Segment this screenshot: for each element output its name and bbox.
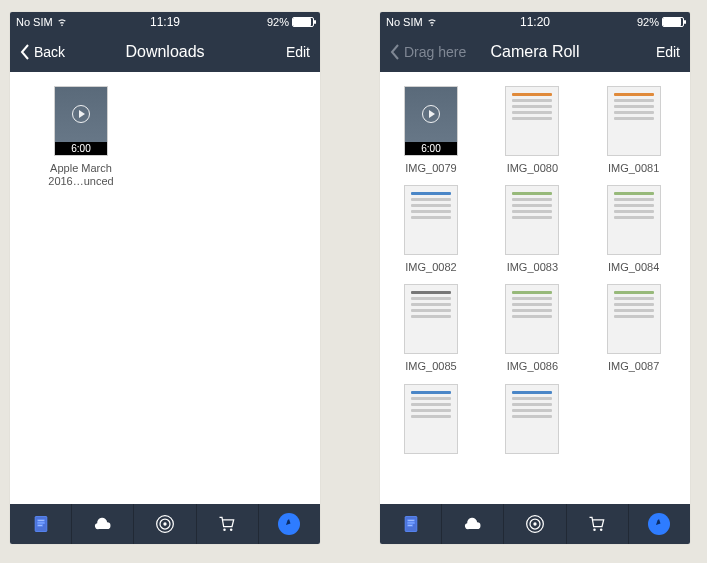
screenshot-thumbnail	[505, 284, 559, 354]
thumbnail-content	[512, 93, 552, 149]
nav-bar: Back Downloads Edit	[10, 32, 320, 72]
svg-point-7	[223, 529, 226, 532]
tab-cart[interactable]	[197, 504, 259, 544]
grid-item[interactable]: IMG_0086	[487, 284, 577, 373]
item-caption: IMG_0079	[405, 162, 456, 175]
item-caption: IMG_0086	[507, 360, 558, 373]
screenshot-thumbnail	[505, 384, 559, 454]
video-thumbnail: 6:00	[54, 86, 108, 156]
screenshot-thumbnail	[607, 86, 661, 156]
svg-rect-11	[407, 522, 414, 523]
battery-icon	[662, 17, 684, 27]
item-caption: IMG_0087	[608, 360, 659, 373]
screenshot-thumbnail	[607, 185, 661, 255]
svg-rect-3	[37, 525, 42, 526]
cloud-icon	[93, 514, 113, 534]
item-caption: IMG_0082	[405, 261, 456, 274]
grid-item[interactable]: IMG_0084	[589, 185, 679, 274]
wifi-icon	[426, 17, 438, 27]
compass-icon	[278, 513, 300, 535]
content-area[interactable]: 6:00IMG_0079IMG_0080IMG_0081IMG_0082IMG_…	[380, 72, 690, 504]
edit-button[interactable]: Edit	[656, 44, 680, 60]
tab-cloud[interactable]	[442, 504, 504, 544]
screenshot-thumbnail	[505, 185, 559, 255]
battery-icon	[292, 17, 314, 27]
thumbnail-content	[411, 291, 451, 347]
svg-point-17	[600, 529, 603, 532]
video-duration: 6:00	[405, 142, 457, 155]
downloads-grid: 6:00Apple March 2016…unced	[16, 86, 314, 188]
tab-hotspot[interactable]	[504, 504, 566, 544]
thumbnail-content	[411, 192, 451, 248]
chevron-left-icon	[390, 44, 400, 60]
thumbnail-content	[512, 391, 552, 447]
tab-document[interactable]	[380, 504, 442, 544]
grid-item[interactable]: IMG_0082	[386, 185, 476, 274]
thumbnail-content	[614, 192, 654, 248]
svg-point-16	[593, 529, 596, 532]
tab-document[interactable]	[10, 504, 72, 544]
thumbnail-content	[614, 291, 654, 347]
grid-item[interactable]	[487, 384, 577, 460]
screenshot-thumbnail	[404, 185, 458, 255]
svg-rect-2	[37, 522, 44, 523]
back-button[interactable]: Drag here	[390, 44, 466, 60]
status-bar: No SIM 11:19 92%	[10, 12, 320, 32]
tab-compass[interactable]	[259, 504, 320, 544]
item-caption: Apple March 2016…unced	[38, 162, 124, 188]
tab-bar	[380, 504, 690, 544]
tab-bar	[10, 504, 320, 544]
carrier-text: No SIM	[386, 16, 423, 28]
screenshot-thumbnail	[404, 284, 458, 354]
compass-icon	[648, 513, 670, 535]
svg-point-4	[163, 522, 166, 525]
play-icon	[422, 105, 440, 123]
hotspot-icon	[155, 514, 175, 534]
item-caption: IMG_0080	[507, 162, 558, 175]
grid-item[interactable]: IMG_0085	[386, 284, 476, 373]
grid-item[interactable]: 6:00Apple March 2016…unced	[36, 86, 126, 188]
item-caption: IMG_0084	[608, 261, 659, 274]
content-area[interactable]: 6:00Apple March 2016…unced	[10, 72, 320, 504]
tab-cloud[interactable]	[72, 504, 134, 544]
tab-cart[interactable]	[567, 504, 629, 544]
chevron-left-icon	[20, 44, 30, 60]
camera-roll-grid: 6:00IMG_0079IMG_0080IMG_0081IMG_0082IMG_…	[386, 86, 684, 460]
status-bar: No SIM 11:20 92%	[380, 12, 690, 32]
item-caption: IMG_0081	[608, 162, 659, 175]
tab-compass[interactable]	[629, 504, 690, 544]
screenshot-thumbnail	[404, 384, 458, 454]
nav-bar: Drag here Camera Roll Edit	[380, 32, 690, 72]
edit-button[interactable]: Edit	[286, 44, 310, 60]
cart-icon	[587, 514, 607, 534]
screenshot-thumbnail	[607, 284, 661, 354]
grid-item[interactable]: 6:00IMG_0079	[386, 86, 476, 175]
screenshot-thumbnail	[505, 86, 559, 156]
svg-point-8	[230, 529, 233, 532]
grid-item[interactable]: IMG_0083	[487, 185, 577, 274]
cloud-icon	[463, 514, 483, 534]
camera-roll-screen: No SIM 11:20 92% Drag here Camera Roll E…	[380, 12, 690, 544]
svg-rect-1	[37, 520, 44, 521]
downloads-screen: No SIM 11:19 92% Back Downloads Edit 6:0…	[10, 12, 320, 544]
item-caption: IMG_0085	[405, 360, 456, 373]
carrier-text: No SIM	[16, 16, 53, 28]
back-label: Back	[34, 44, 65, 60]
thumbnail-content	[512, 291, 552, 347]
back-button[interactable]: Back	[20, 44, 65, 60]
hotspot-icon	[525, 514, 545, 534]
grid-item[interactable]: IMG_0080	[487, 86, 577, 175]
thumbnail-content	[614, 93, 654, 149]
video-duration: 6:00	[55, 142, 107, 155]
battery-text: 92%	[267, 16, 289, 28]
grid-item[interactable]	[386, 384, 476, 460]
thumbnail-content	[512, 192, 552, 248]
grid-item[interactable]: IMG_0087	[589, 284, 679, 373]
svg-point-13	[533, 522, 536, 525]
play-icon	[72, 105, 90, 123]
grid-item[interactable]: IMG_0081	[589, 86, 679, 175]
video-thumbnail: 6:00	[404, 86, 458, 156]
tab-hotspot[interactable]	[134, 504, 196, 544]
document-icon	[31, 514, 51, 534]
cart-icon	[217, 514, 237, 534]
